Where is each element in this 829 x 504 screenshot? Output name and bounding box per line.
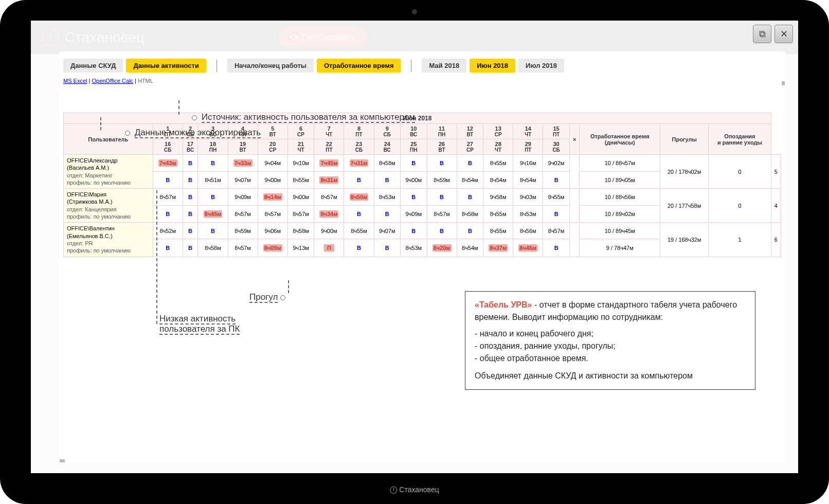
annotation-source: Источник: активность пользователя за ком… <box>192 112 415 122</box>
day-header: 26ВТ <box>427 139 457 155</box>
time-cell: 8ч55м <box>483 206 513 223</box>
time-cell: 8ч54м <box>457 239 483 257</box>
time-cell: 8ч45м <box>198 206 228 223</box>
late-cell: 6 <box>771 223 781 257</box>
row-summary: 10 / 89ч45м <box>580 223 660 239</box>
annotation-connector <box>288 280 289 293</box>
time-cell: 9ч09м <box>401 206 427 223</box>
info-title: «Табель УРВ» <box>475 300 532 309</box>
month-header: Июн 2018 <box>64 113 771 124</box>
time-cell: 8ч14м <box>258 189 287 206</box>
time-cell: 8ч51м <box>198 172 228 189</box>
day-header: 25ПН <box>401 139 427 155</box>
time-cell: 8ч55м <box>287 172 314 189</box>
day-header: 19ВТ <box>228 139 258 155</box>
annotation-connector <box>178 100 179 115</box>
time-cell: 9ч03м <box>513 189 543 206</box>
time-cell: 8ч54м <box>483 172 513 189</box>
time-cell: В <box>427 223 457 239</box>
time-cell: 9ч58м <box>483 189 513 206</box>
day-header: 21ЧТ <box>287 139 314 155</box>
close-button[interactable]: ✕ <box>774 25 793 43</box>
time-cell: В <box>344 239 374 257</box>
scrollbar-v[interactable] <box>782 81 785 85</box>
time-cell: В <box>401 189 427 206</box>
tab-июн-2018[interactable]: Июн 2018 <box>470 59 515 73</box>
time-cell: В <box>344 206 374 223</box>
time-cell: В <box>543 206 569 223</box>
time-cell: В <box>153 172 183 189</box>
day-header: 23СБ <box>344 139 374 155</box>
day-header: 12ВТ <box>457 124 483 139</box>
x-cell <box>569 155 580 189</box>
day-header: 22ПТ <box>314 139 344 155</box>
export-html: HTML <box>138 78 153 84</box>
table-row: OFFICE\Александр(Васильев А.М.)отдел: Ма… <box>64 155 781 172</box>
time-cell: 8ч46м <box>513 239 543 257</box>
time-cell: В <box>183 189 198 206</box>
x-cell <box>569 223 580 257</box>
time-cell: 9ч00м <box>314 223 344 239</box>
day-header: 28ЧТ <box>483 139 513 155</box>
tab-май-2018[interactable]: Май 2018 <box>422 59 466 73</box>
time-cell: 8ч34м <box>314 206 344 223</box>
tab-июл-2018[interactable]: Июл 2018 <box>518 59 564 73</box>
row-summary: 10 / 89ч05м <box>580 172 660 189</box>
table-row: OFFICE\Мария(Стрижкова М.А.)отдел: Канце… <box>64 189 781 206</box>
time-cell: 8ч53м <box>401 239 427 257</box>
day-header: 30СБ <box>543 139 569 155</box>
tab-отработанное-время[interactable]: Отработанное время <box>317 59 401 73</box>
time-cell: 8ч58м <box>374 155 400 172</box>
tab-начало/конец-работы[interactable]: Начало/конец работы <box>227 59 314 73</box>
total-cell: 20 / 178ч02м <box>660 155 709 189</box>
export-ooo-link[interactable]: OpenOffice Calc <box>92 78 133 84</box>
time-cell: В <box>344 172 374 189</box>
time-cell: В <box>198 155 228 172</box>
skips-cell: 1 <box>709 223 771 257</box>
skips-header: Прогулы <box>660 124 709 155</box>
time-cell: 9ч10м <box>287 155 314 172</box>
time-cell: 8ч37м <box>483 239 513 257</box>
tab-данные-скуд[interactable]: Данные СКУД <box>63 59 123 73</box>
tablet-brand: тСтахановец <box>390 485 439 494</box>
time-cell: 8ч53м <box>374 189 400 206</box>
time-cell: 9ч04м <box>258 155 287 172</box>
maximize-button[interactable]: ⧉ <box>753 25 771 43</box>
scrollbar-h[interactable] <box>60 459 65 462</box>
day-header: 20СР <box>258 139 287 155</box>
export-excel-link[interactable]: MS Excel <box>63 78 87 84</box>
row-summary: 10 / 88ч57м <box>580 155 660 172</box>
tablet-camera <box>412 9 417 14</box>
time-cell: 8ч53м <box>513 206 543 223</box>
time-cell: В <box>198 223 228 239</box>
time-cell: 9ч00м <box>401 172 427 189</box>
day-header: 24ВС <box>374 139 400 155</box>
time-cell: 8ч20м <box>427 239 457 257</box>
day-header: 18ПН <box>198 139 228 155</box>
time-cell: 7ч45м <box>314 155 344 172</box>
annotation-export: Данные можно экспортировать <box>125 128 261 138</box>
time-cell: В <box>457 155 483 172</box>
time-cell: В <box>374 172 400 189</box>
day-header: 11ПН <box>427 124 457 139</box>
time-cell: 8ч55м <box>483 223 513 239</box>
time-cell: 9ч07м <box>228 172 258 189</box>
annotation-connector <box>156 190 157 324</box>
row-summary: 9 / 78ч47м <box>580 239 660 257</box>
row-summary: 10 / 89ч02м <box>580 206 660 223</box>
time-cell: 8ч55м <box>344 223 374 239</box>
total-cell: 19 / 168ч32м <box>660 223 709 257</box>
time-cell: 9ч16м <box>513 155 543 172</box>
time-cell: В <box>183 239 198 257</box>
time-cell: 7ч31м <box>344 155 374 172</box>
time-cell: В <box>183 223 198 239</box>
table-row: OFFICE\Валентин(Емельянов В.С.)отдел: PR… <box>64 223 781 239</box>
time-cell: 8ч57м <box>427 206 457 223</box>
day-header: 6СР <box>287 124 314 139</box>
time-cell: 8ч50м <box>344 189 374 206</box>
tab-данные-активности[interactable]: Данные активности <box>126 59 206 73</box>
skips-cell: 0 <box>709 155 771 189</box>
time-cell: 8ч09м <box>258 239 287 257</box>
time-cell: 8ч57м <box>228 239 258 257</box>
time-cell: 8ч58м <box>287 223 314 239</box>
